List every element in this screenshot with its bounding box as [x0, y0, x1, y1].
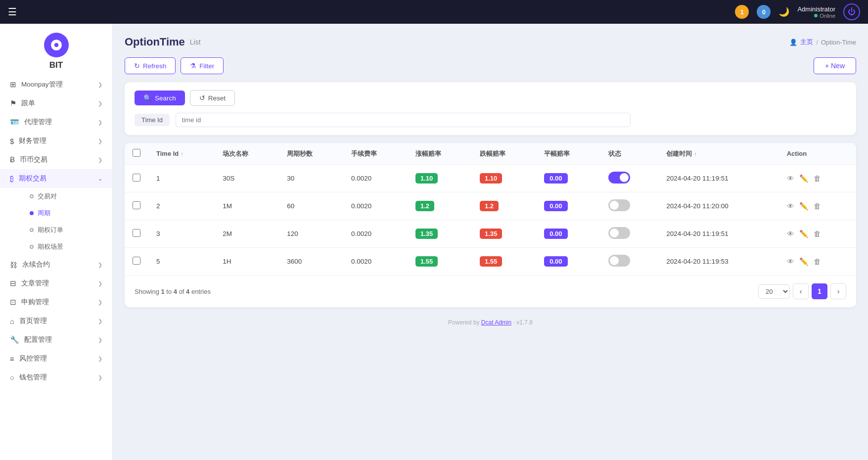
dcat-link[interactable]: Dcat Admin: [481, 319, 511, 326]
row-checkbox[interactable]: [133, 257, 140, 265]
flat-badge: 0.00: [544, 173, 568, 184]
header-time-id[interactable]: Time Id ↑: [148, 143, 215, 165]
sidebar-label-wenzhang: 文章管理: [21, 279, 49, 288]
sidebar-sub-jiaoyidui[interactable]: 交易对: [24, 188, 112, 205]
new-button[interactable]: + New: [814, 57, 856, 74]
header-created[interactable]: 创建时间 ↑: [658, 143, 778, 165]
delete-icon[interactable]: 🗑: [814, 174, 821, 183]
row-checkbox-cell: [125, 192, 148, 220]
sidebar-item-gendai[interactable]: ⚑ 跟单 ❯: [0, 94, 112, 113]
power-button[interactable]: ⏻: [843, 3, 860, 20]
chevron-icon-5: ❯: [98, 157, 102, 163]
reset-button[interactable]: ↺ Reset: [190, 90, 235, 106]
cell-created: 2024-04-20 11:19:51: [658, 220, 778, 248]
sidebar-item-caiwu[interactable]: $ 财务管理 ❯: [0, 132, 112, 150]
view-icon[interactable]: 👁: [787, 230, 794, 238]
table-header: Time Id ↑ 场次名称 周期秒数 手续费率 涨幅赔率 跌幅赔率 平幅赔率 …: [125, 143, 856, 165]
sub-label-jiaoyidui: 交易对: [38, 192, 57, 201]
page-1-button[interactable]: 1: [812, 283, 827, 299]
notification-circle[interactable]: 0: [757, 5, 771, 19]
edit-icon[interactable]: ✏️: [799, 257, 809, 266]
delete-icon[interactable]: 🗑: [814, 202, 821, 210]
breadcrumb-separator: /: [816, 39, 818, 46]
edit-icon[interactable]: ✏️: [799, 230, 809, 238]
header-fall: 跌幅赔率: [472, 143, 536, 165]
breadcrumb-home-link[interactable]: 主页: [800, 38, 813, 46]
time-id-input[interactable]: [176, 113, 631, 127]
sidebar-item-qianbao[interactable]: ○ 钱包管理 ❯: [0, 368, 112, 387]
table-row: 5 1H 3600 0.0020 1.55 1.55 0.00 2024-04-…: [125, 248, 856, 276]
sidebar-item-qiquan[interactable]: ₿ 期权交易 ⌄: [0, 169, 112, 188]
delete-icon[interactable]: 🗑: [814, 257, 821, 266]
refresh-button[interactable]: ↻ Refresh: [125, 57, 176, 74]
sidebar-item-daili[interactable]: 🪪 代理管理 ❯: [0, 113, 112, 132]
action-icons: 👁 ✏️ 🗑: [787, 257, 848, 266]
cell-fee: 0.0020: [343, 248, 408, 276]
notification-bell[interactable]: 1: [735, 5, 749, 19]
cell-period: 60: [279, 192, 343, 220]
sidebar-item-yongxu[interactable]: ⛓ 永续合约 ❯: [0, 255, 112, 274]
plus-icon: + New: [825, 62, 845, 70]
topbar: ☰ 1 0 🌙 Administrator Online ⏻: [0, 0, 868, 24]
btc-small-icon: Ƀ: [10, 155, 15, 164]
rise-badge: 1.35: [415, 229, 438, 239]
moon-icon[interactable]: 🌙: [778, 6, 789, 17]
hamburger-icon[interactable]: ☰: [8, 6, 17, 17]
next-page-button[interactable]: ›: [830, 283, 846, 299]
article-icon: ⊟: [10, 279, 16, 288]
cell-rise: 1.2: [408, 192, 472, 220]
search-button[interactable]: 🔍 Search: [135, 91, 185, 105]
sidebar-sub-qiquandingdan[interactable]: 期权订单: [24, 222, 112, 238]
prev-page-button[interactable]: ‹: [793, 283, 809, 299]
cell-name: 1H: [215, 248, 279, 276]
cell-status: [600, 220, 659, 248]
toggle-switch[interactable]: [608, 255, 630, 267]
per-page-select[interactable]: 20 50 100: [758, 284, 790, 299]
sidebar-item-shouye[interactable]: ⌂ 首页管理 ❯: [0, 312, 112, 330]
topbar-right: 1 0 🌙 Administrator Online ⏻: [735, 3, 860, 20]
sidebar-subnav-qiquan: 交易对 周期 期权订单 期权场景: [0, 188, 112, 255]
action-icons: 👁 ✏️ 🗑: [787, 202, 848, 211]
row-checkbox-cell: [125, 248, 148, 276]
view-icon[interactable]: 👁: [787, 257, 794, 266]
sidebar-nav: ⊞ Moonpay管理 ❯ ⚑ 跟单 ❯ 🪪 代理管理 ❯ $ 财务管理: [0, 75, 112, 387]
sidebar-item-bibi[interactable]: Ƀ 币币交易 ❯: [0, 150, 112, 169]
delete-icon[interactable]: 🗑: [814, 230, 821, 238]
sidebar-item-peizhi[interactable]: 🔧 配置管理 ❯: [0, 330, 112, 349]
chevron-down-icon: ⌄: [98, 176, 102, 182]
cell-name: 1M: [215, 192, 279, 220]
sidebar-sub-qiquanchang[interactable]: 期权场景: [24, 238, 112, 255]
toggle-switch[interactable]: [608, 227, 630, 239]
sidebar-sub-zhouqi[interactable]: 周期: [24, 205, 112, 222]
sidebar-item-moonpay[interactable]: ⊞ Moonpay管理 ❯: [0, 75, 112, 94]
bell-badge: 1: [735, 5, 749, 19]
reset-label: Reset: [208, 94, 226, 102]
sidebar-item-wenzhang[interactable]: ⊟ 文章管理 ❯: [0, 274, 112, 293]
row-checkbox[interactable]: [133, 174, 140, 182]
toggle-switch[interactable]: [608, 199, 630, 211]
select-all-checkbox[interactable]: [133, 149, 140, 157]
cell-action: 👁 ✏️ 🗑: [779, 165, 856, 192]
header-checkbox-cell: [125, 143, 148, 165]
row-checkbox[interactable]: [133, 229, 140, 237]
sidebar-label-gendai: 跟单: [21, 99, 35, 108]
cell-created: 2024-04-20 11:20:00: [658, 192, 778, 220]
row-checkbox[interactable]: [133, 201, 140, 209]
toggle-switch[interactable]: [608, 172, 630, 184]
action-icons: 👁 ✏️ 🗑: [787, 174, 848, 183]
edit-icon[interactable]: ✏️: [799, 202, 809, 211]
sidebar-item-fengkong[interactable]: ≡ 风控管理 ❯: [0, 349, 112, 368]
filter-button[interactable]: ⚗ Filter: [181, 57, 224, 74]
view-icon[interactable]: 👁: [787, 174, 794, 183]
edit-icon[interactable]: ✏️: [799, 174, 809, 183]
sort-icon-created: ↑: [694, 151, 697, 157]
header-fee: 手续费率: [343, 143, 408, 165]
chevron-icon-12: ❯: [98, 374, 102, 381]
page-title: OptionTime: [125, 36, 185, 48]
table-row: 3 2M 120 0.0020 1.35 1.35 0.00 2024-04-2…: [125, 220, 856, 248]
chevron-icon-9: ❯: [98, 318, 102, 324]
view-icon[interactable]: 👁: [787, 202, 794, 210]
search-label: Search: [155, 94, 176, 102]
cell-fee: 0.0020: [343, 192, 408, 220]
sidebar-item-shengou[interactable]: ⊡ 申购管理 ❯: [0, 293, 112, 312]
